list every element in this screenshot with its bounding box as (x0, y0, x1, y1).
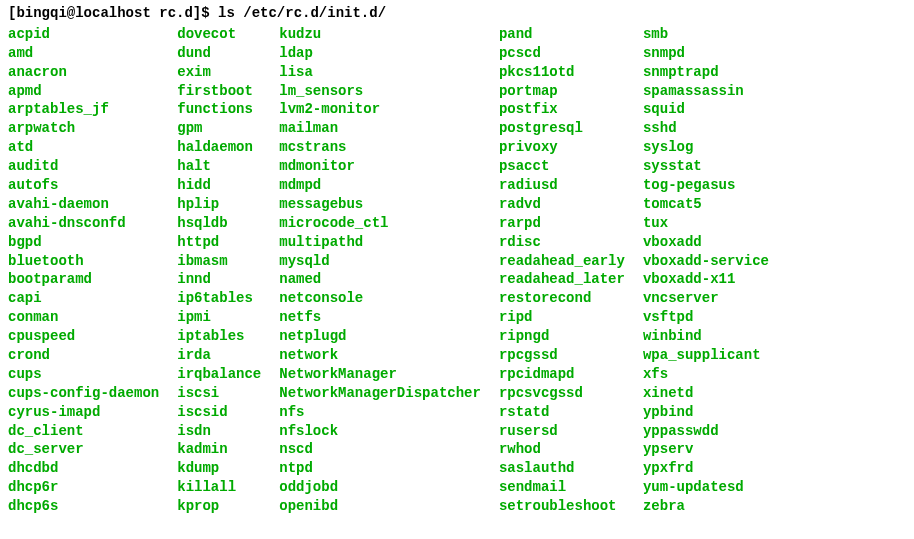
file-entry: irda (177, 346, 261, 365)
file-entry: mcstrans (279, 138, 481, 157)
file-entry: ip6tables (177, 289, 261, 308)
file-entry: arptables_jf (8, 100, 159, 119)
file-entry: pand (499, 25, 625, 44)
file-entry: dhcp6r (8, 478, 159, 497)
file-entry: lisa (279, 63, 481, 82)
file-entry: firstboot (177, 82, 261, 101)
listing-column-1: dovecotdundeximfirstbootfunctionsgpmhald… (177, 25, 261, 516)
file-entry: readahead_early (499, 252, 625, 271)
file-entry: dhcp6s (8, 497, 159, 516)
file-entry: nscd (279, 440, 481, 459)
listing-column-0: acpidamdanacronapmdarptables_jfarpwatcha… (8, 25, 159, 516)
file-entry: winbind (643, 327, 769, 346)
file-entry: acpid (8, 25, 159, 44)
file-entry: kudzu (279, 25, 481, 44)
file-entry: gpm (177, 119, 261, 138)
file-entry: NetworkManager (279, 365, 481, 384)
file-entry: avahi-dnsconfd (8, 214, 159, 233)
file-entry: hsqldb (177, 214, 261, 233)
file-entry: yppasswdd (643, 422, 769, 441)
file-entry: ripd (499, 308, 625, 327)
file-entry: mysqld (279, 252, 481, 271)
file-entry: dovecot (177, 25, 261, 44)
file-entry: multipathd (279, 233, 481, 252)
file-entry: atd (8, 138, 159, 157)
prompt-command: ls /etc/rc.d/init.d/ (218, 5, 386, 21)
file-entry: iptables (177, 327, 261, 346)
file-entry: messagebus (279, 195, 481, 214)
file-entry: dhcdbd (8, 459, 159, 478)
file-entry: postfix (499, 100, 625, 119)
file-entry: dc_client (8, 422, 159, 441)
file-entry: named (279, 270, 481, 289)
file-entry: apmd (8, 82, 159, 101)
file-entry: yum-updatesd (643, 478, 769, 497)
file-entry: bluetooth (8, 252, 159, 271)
file-entry: dund (177, 44, 261, 63)
file-entry: vncserver (643, 289, 769, 308)
file-entry: mailman (279, 119, 481, 138)
file-entry: xfs (643, 365, 769, 384)
file-entry: oddjobd (279, 478, 481, 497)
file-entry: rstatd (499, 403, 625, 422)
file-entry: iscsid (177, 403, 261, 422)
file-entry: vboxadd (643, 233, 769, 252)
file-entry: irqbalance (177, 365, 261, 384)
file-entry: dc_server (8, 440, 159, 459)
file-entry: pcscd (499, 44, 625, 63)
terminal-window: [bingqi@localhost rc.d]$ ls /etc/rc.d/in… (8, 4, 906, 516)
file-entry: ypserv (643, 440, 769, 459)
file-entry: smb (643, 25, 769, 44)
file-entry: conman (8, 308, 159, 327)
file-entry: mdmonitor (279, 157, 481, 176)
file-entry: kprop (177, 497, 261, 516)
file-entry: network (279, 346, 481, 365)
file-entry: rpcgssd (499, 346, 625, 365)
file-entry: rpcsvcgssd (499, 384, 625, 403)
directory-listing: acpidamdanacronapmdarptables_jfarpwatcha… (8, 25, 906, 516)
file-entry: vboxadd-x11 (643, 270, 769, 289)
file-entry: avahi-daemon (8, 195, 159, 214)
file-entry: auditd (8, 157, 159, 176)
prompt-line: [bingqi@localhost rc.d]$ ls /etc/rc.d/in… (8, 4, 906, 23)
file-entry: openibd (279, 497, 481, 516)
listing-column-2: kudzuldaplisalm_sensorslvm2-monitormailm… (279, 25, 481, 516)
file-entry: haldaemon (177, 138, 261, 157)
file-entry: bgpd (8, 233, 159, 252)
file-entry: amd (8, 44, 159, 63)
file-entry: anacron (8, 63, 159, 82)
file-entry: radvd (499, 195, 625, 214)
file-entry: functions (177, 100, 261, 119)
file-entry: exim (177, 63, 261, 82)
listing-column-3: pandpcscdpkcs11otdportmappostfixpostgres… (499, 25, 625, 516)
file-entry: capi (8, 289, 159, 308)
file-entry: radiusd (499, 176, 625, 195)
file-entry: squid (643, 100, 769, 119)
file-entry: tux (643, 214, 769, 233)
file-entry: cpuspeed (8, 327, 159, 346)
file-entry: xinetd (643, 384, 769, 403)
file-entry: saslauthd (499, 459, 625, 478)
file-entry: ldap (279, 44, 481, 63)
file-entry: httpd (177, 233, 261, 252)
file-entry: sshd (643, 119, 769, 138)
file-entry: crond (8, 346, 159, 365)
file-entry: portmap (499, 82, 625, 101)
file-entry: kdump (177, 459, 261, 478)
prompt-user-host: [bingqi@localhost rc.d]$ (8, 5, 210, 21)
file-entry: ypbind (643, 403, 769, 422)
listing-column-4: smbsnmpdsnmptrapdspamassassinsquidsshdsy… (643, 25, 769, 516)
file-entry: privoxy (499, 138, 625, 157)
file-entry: setroubleshoot (499, 497, 625, 516)
file-entry: ntpd (279, 459, 481, 478)
file-entry: hplip (177, 195, 261, 214)
file-entry: mdmpd (279, 176, 481, 195)
file-entry: bootparamd (8, 270, 159, 289)
file-entry: netplugd (279, 327, 481, 346)
file-entry: lvm2-monitor (279, 100, 481, 119)
file-entry: tog-pegasus (643, 176, 769, 195)
file-entry: autofs (8, 176, 159, 195)
file-entry: sysstat (643, 157, 769, 176)
file-entry: ypxfrd (643, 459, 769, 478)
file-entry: ipmi (177, 308, 261, 327)
